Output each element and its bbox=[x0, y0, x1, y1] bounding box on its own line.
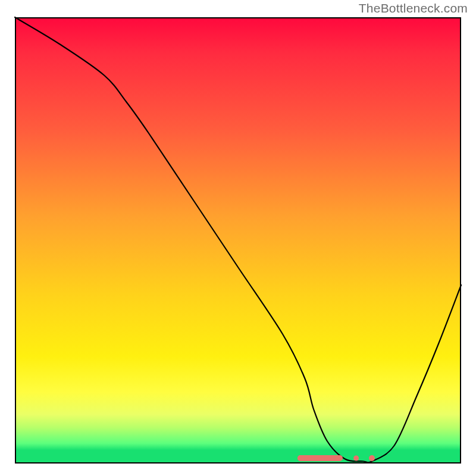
attribution-text: TheBottleneck.com bbox=[359, 1, 468, 15]
bottleneck-curve-path bbox=[15, 17, 461, 462]
chart-plot-area bbox=[15, 17, 461, 464]
bottleneck-curve-svg bbox=[15, 17, 461, 464]
